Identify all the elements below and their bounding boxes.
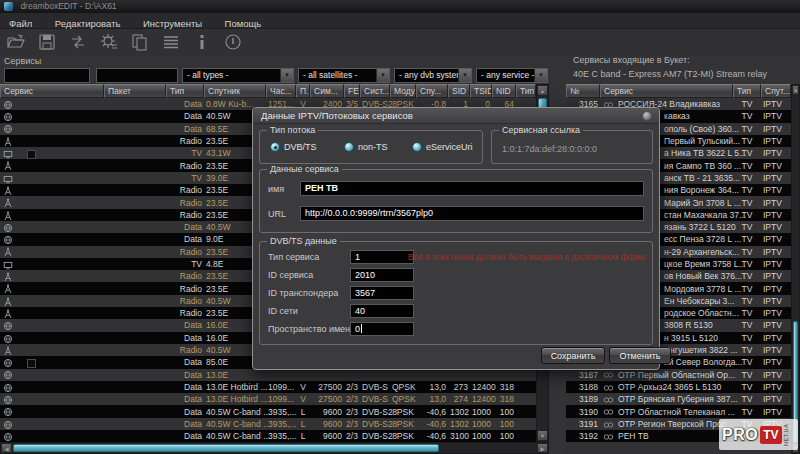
left-column-header[interactable]: Час... — [266, 84, 296, 98]
stream-type-option-non-ts[interactable]: non-TS — [344, 142, 388, 152]
type-cell: TV — [733, 184, 761, 196]
bouquet-service-row[interactable]: 3187ОТР Первый Областной Ор...TVIPTV — [566, 369, 791, 381]
url-field[interactable]: http://0.0.0.0:9999/rtrn/3567plp0 — [300, 206, 644, 221]
left-column-header[interactable]: FEC — [344, 84, 360, 98]
field-input-4[interactable]: 0 — [350, 322, 414, 336]
service-row[interactable]: Data13.0E Hotbird ...1099...V275002/3DVB… — [0, 381, 536, 393]
type-cell: Data — [166, 98, 204, 110]
type-cell: TV — [733, 233, 761, 245]
radio-icon[interactable] — [412, 142, 422, 152]
field-input-1[interactable]: 2010 — [350, 268, 414, 282]
service-ref-value: 1:0:1:7da:def:28:0:0:0:0 — [502, 144, 597, 154]
modulation-cell: QPSK — [390, 393, 416, 405]
right-column-header[interactable]: Сервис — [600, 84, 733, 98]
left-column-header[interactable]: П... — [296, 84, 310, 98]
info-icon[interactable] — [192, 32, 212, 52]
service-type-filter-select[interactable]: - any service - ▼ — [476, 68, 548, 83]
tsid-cell: 1000 — [470, 406, 492, 418]
right-vscrollbar[interactable]: ▲ ▼ — [791, 84, 800, 454]
chevron-down-icon[interactable]: ▼ — [280, 69, 293, 82]
app-icon — [4, 2, 13, 11]
bouquet-service-row[interactable]: 3190ОТР Областной Телеканал ...TVIPTV — [566, 405, 791, 417]
service-icon-cell — [600, 418, 616, 430]
transfer-icon[interactable] — [68, 32, 88, 52]
left-column-header[interactable]: Моду... — [390, 84, 416, 98]
type-cell: Data — [166, 356, 204, 368]
scroll-down-icon[interactable]: ▼ — [537, 430, 548, 441]
type-filter-value: - all types - — [187, 70, 229, 80]
satellite-cell: IPTV — [761, 172, 791, 184]
scroll-right-icon[interactable]: ▶ — [537, 443, 548, 453]
scroll-up-icon[interactable]: ▲ — [792, 85, 799, 95]
service-filter-input[interactable] — [4, 68, 90, 83]
save-button[interactable]: Сохранить — [541, 347, 605, 364]
chevron-down-icon[interactable]: ▼ — [376, 69, 389, 82]
package-filter-input[interactable] — [96, 68, 178, 83]
field-input-3[interactable]: 40 — [350, 304, 414, 318]
right-column-header[interactable]: № — [566, 84, 600, 98]
copy-icon[interactable] — [130, 32, 150, 52]
cancel-button[interactable]: Отменить — [609, 347, 671, 364]
tv-icon — [3, 149, 13, 159]
type-filter-select[interactable]: - all types - ▼ — [182, 68, 294, 83]
dialog-close-icon[interactable] — [642, 111, 652, 121]
chevron-down-icon[interactable]: ▼ — [534, 69, 547, 82]
about-icon[interactable] — [223, 32, 243, 52]
decimal-format-warning: Всё в этих окнах должно быть введено в д… — [408, 252, 646, 262]
stream-type-option-dvb-ts[interactable]: DVB/TS — [270, 142, 317, 152]
satellite-cell: 40.5W C-band ... — [204, 430, 266, 442]
bouquet-service-row[interactable]: 3188ОТР Архыз24 3865 L 5130TVIPTV — [566, 381, 791, 393]
satellite-cell: IPTV — [761, 135, 791, 147]
list-icon[interactable] — [161, 32, 181, 52]
right-column-header[interactable]: Спут... — [761, 84, 791, 98]
stream-type-group: Тип потока DVB/TSnon-TSeServiceUri — [259, 130, 483, 164]
radio-icon[interactable] — [270, 142, 280, 152]
left-column-header[interactable]: Тип — [516, 84, 536, 98]
frequency-cell: 1099... — [266, 393, 296, 405]
sid-cell: 274 — [448, 393, 470, 405]
chevron-down-icon[interactable]: ▼ — [458, 69, 471, 82]
left-column-header[interactable]: NID — [492, 84, 516, 98]
service-cell — [0, 283, 104, 295]
service-row[interactable]: Data40.5W C-band ...3935,...L96002/3DVB-… — [0, 430, 536, 442]
left-column-header[interactable]: Спу... — [416, 84, 448, 98]
right-column-header[interactable]: Тип — [733, 84, 761, 98]
type-cell: TV — [733, 283, 761, 295]
service-row[interactable]: Data13.0E Hotbird ...1099...V275002/3DVB… — [0, 393, 536, 405]
service-name-cell: ОТР Брянская Губерния 387... — [616, 393, 733, 405]
dialog-title[interactable]: Данные IPTV/Потоковых сервисов — [253, 108, 659, 124]
left-column-header[interactable]: Сим... — [310, 84, 344, 98]
service-cell — [0, 172, 104, 184]
stream-type-option-eserviceuri[interactable]: eServiceUri — [412, 142, 473, 152]
fec-cell: 2/3 — [344, 430, 360, 442]
dvb-system-filter-select[interactable]: - any dvb system - ▼ — [394, 68, 472, 83]
service-row[interactable]: Data40.5W C-band ...3935,...L96002/3DVB-… — [0, 418, 536, 430]
left-column-header[interactable]: TSID — [470, 84, 492, 98]
type-cell: Radio — [166, 295, 204, 307]
save-icon[interactable] — [37, 32, 57, 52]
satellite-filter-select[interactable]: - all satellites - ▼ — [298, 68, 390, 83]
left-column-header[interactable]: Пакет — [104, 84, 166, 98]
bouquet-service-row[interactable]: 3189ОТР Брянская Губерния 387...TVIPTV — [566, 393, 791, 405]
left-hscroll-thumb[interactable] — [13, 444, 439, 452]
settings-icon[interactable] — [99, 32, 119, 52]
open-icon[interactable] — [6, 32, 26, 52]
service-row[interactable]: Data40.5W C-band ...3935,...L96002/3DVB-… — [0, 405, 536, 417]
service-icon-cell — [600, 393, 616, 405]
left-hscrollbar[interactable]: ◀ ▶ — [0, 442, 549, 454]
radio-icon[interactable] — [344, 142, 354, 152]
type-cell: TV — [733, 295, 761, 307]
sid-cell: 1302 — [448, 418, 470, 430]
left-column-header[interactable]: Сист... — [360, 84, 390, 98]
service-row[interactable]: Data13.0E — [0, 369, 536, 381]
name-field[interactable]: РЕН ТВ — [300, 181, 644, 196]
field-input-0[interactable]: 1 — [350, 250, 414, 264]
left-column-header[interactable]: Тип — [166, 84, 204, 98]
scroll-up-icon[interactable]: ▲ — [537, 85, 548, 96]
left-column-header[interactable]: Спутник — [204, 84, 266, 98]
left-column-header[interactable]: Сервис — [0, 84, 104, 98]
scroll-left-icon[interactable]: ◀ — [1, 443, 12, 453]
left-column-header[interactable]: SID — [448, 84, 470, 98]
fec-cell: 2/3 — [344, 418, 360, 430]
field-input-2[interactable]: 3567 — [350, 286, 414, 300]
